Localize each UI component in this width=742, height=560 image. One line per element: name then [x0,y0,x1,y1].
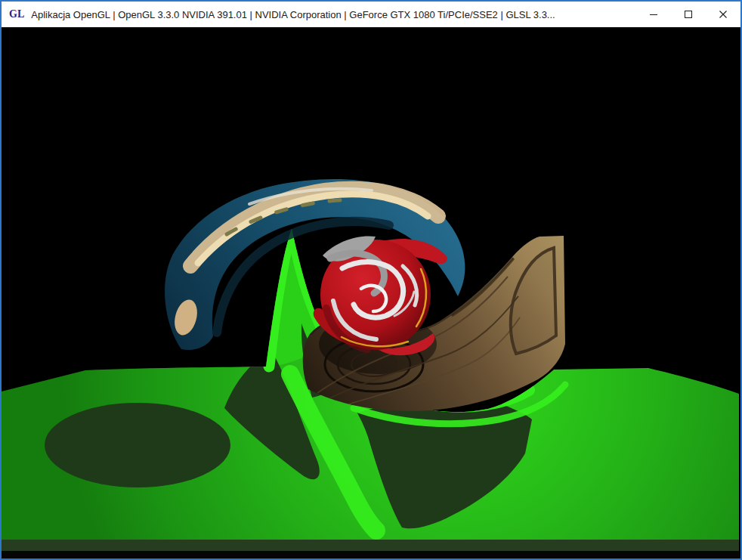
app-window: GL Aplikacja OpenGL | OpenGL 3.3.0 NVIDI… [0,0,742,560]
maximize-button[interactable] [671,2,706,27]
titlebar: GL Aplikacja OpenGL | OpenGL 3.3.0 NVIDI… [2,2,740,27]
app-icon: GL [9,8,24,20]
window-title: Aplikacja OpenGL | OpenGL 3.3.0 NVIDIA 3… [31,9,630,20]
floor-side-face [2,540,739,551]
sphere-shadow [45,403,230,487]
maximize-icon [685,11,692,18]
minimize-button[interactable] [636,2,671,27]
close-button[interactable] [706,2,740,27]
floor-bottom-gap [2,551,739,558]
minimize-icon [650,14,657,15]
window-controls [636,2,740,27]
close-icon [719,11,727,18]
opengl-viewport[interactable] [2,27,740,558]
opengl-scene [2,27,740,558]
